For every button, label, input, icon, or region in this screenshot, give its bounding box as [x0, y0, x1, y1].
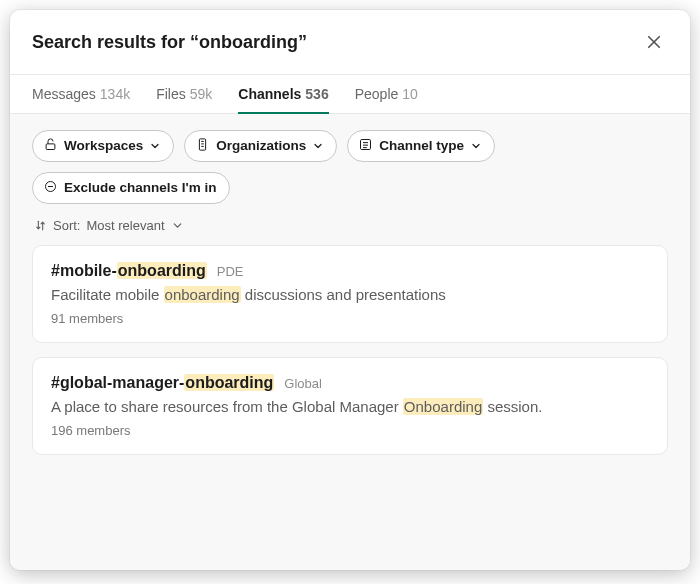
organizations-icon — [195, 137, 210, 155]
filter-channel-type[interactable]: Channel type — [347, 130, 495, 162]
channel-suffix: PDE — [217, 264, 244, 279]
tab-label: Files — [156, 86, 186, 102]
close-button[interactable] — [640, 28, 668, 56]
filter-exclude-channels-i-m-in[interactable]: Exclude channels I'm in — [32, 172, 230, 204]
sort-dropdown[interactable]: Sort: Most relevant — [34, 218, 666, 233]
search-results-panel: Search results for “onboarding” Messages… — [10, 10, 690, 570]
channel-suffix: Global — [284, 376, 322, 391]
filter-label: Organizations — [216, 139, 306, 153]
tab-people[interactable]: People 10 — [355, 75, 418, 114]
search-header: Search results for “onboarding” — [10, 10, 690, 74]
tab-count: 536 — [305, 86, 328, 102]
sort-prefix: Sort: — [53, 218, 80, 233]
channel-result[interactable]: #mobile-onboardingPDEFacilitate mobile o… — [32, 245, 668, 343]
channel-name: #global-manager-onboarding — [51, 374, 274, 392]
search-tabs: Messages 134kFiles 59kChannels 536People… — [10, 74, 690, 114]
sort-icon — [34, 219, 47, 232]
channel-name: #mobile-onboarding — [51, 262, 207, 280]
filter-label: Channel type — [379, 139, 464, 153]
filter-chips: WorkspacesOrganizationsChannel typeExclu… — [32, 130, 668, 204]
svg-rect-2 — [46, 144, 55, 150]
channel-members: 196 members — [51, 423, 649, 438]
workspaces-icon — [43, 137, 58, 155]
tab-label: Channels — [238, 86, 301, 102]
tab-count: 134k — [100, 86, 130, 102]
filter-label: Exclude channels I'm in — [64, 181, 217, 195]
channel-result[interactable]: #global-manager-onboardingGlobalA place … — [32, 357, 668, 455]
channel-title-row: #global-manager-onboardingGlobal — [51, 374, 649, 392]
channel-description: Facilitate mobile onboarding discussions… — [51, 284, 649, 305]
tab-label: People — [355, 86, 399, 102]
sort-value: Most relevant — [86, 218, 164, 233]
filter-organizations[interactable]: Organizations — [184, 130, 337, 162]
exclude-icon — [43, 179, 58, 197]
page-title: Search results for “onboarding” — [32, 32, 307, 53]
tab-count: 10 — [402, 86, 418, 102]
tab-label: Messages — [32, 86, 96, 102]
chevron-down-icon — [149, 140, 161, 152]
filter-label: Workspaces — [64, 139, 143, 153]
chevron-down-icon — [312, 140, 324, 152]
tab-messages[interactable]: Messages 134k — [32, 75, 130, 114]
chevron-down-icon — [470, 140, 482, 152]
svg-rect-3 — [200, 139, 206, 150]
channel-title-row: #mobile-onboardingPDE — [51, 262, 649, 280]
chevron-down-icon — [171, 219, 184, 232]
channel-description: A place to share resources from the Glob… — [51, 396, 649, 417]
search-body: WorkspacesOrganizationsChannel typeExclu… — [10, 114, 690, 570]
filter-workspaces[interactable]: Workspaces — [32, 130, 174, 162]
tab-count: 59k — [190, 86, 213, 102]
channel-members: 91 members — [51, 311, 649, 326]
tab-files[interactable]: Files 59k — [156, 75, 212, 114]
close-icon — [645, 33, 663, 51]
results-list: #mobile-onboardingPDEFacilitate mobile o… — [32, 245, 668, 455]
channel-type-icon — [358, 137, 373, 155]
tab-channels[interactable]: Channels 536 — [238, 75, 328, 114]
